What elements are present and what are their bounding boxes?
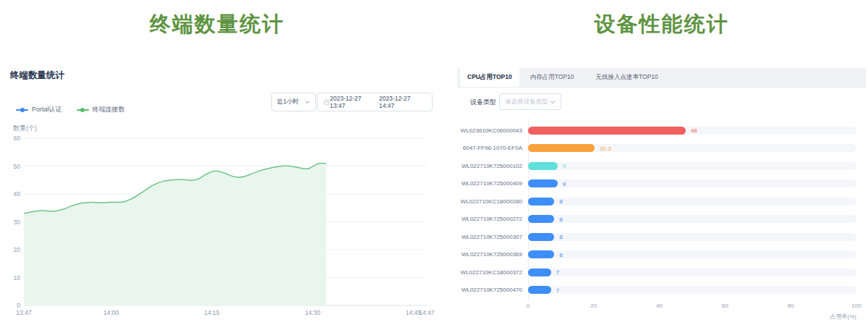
device-name: WL022710K725000470: [457, 287, 528, 293]
left-section-title: 终端数量统计: [0, 10, 434, 39]
svg-text:10: 10: [14, 274, 21, 282]
bar-value: 48: [691, 127, 697, 134]
bar-value: 9: [563, 163, 566, 169]
x-axis-tick: 60: [722, 302, 728, 309]
right-section-title: 设备性能统计: [457, 10, 866, 39]
bar-plot: 8: [528, 215, 856, 223]
device-type-label: 设备类型: [470, 98, 496, 107]
svg-text:14:30: 14:30: [305, 309, 321, 316]
bar-row: WL022710KC180003727: [457, 263, 866, 282]
bar-row: WL022710K7250004707: [457, 282, 866, 300]
cpu-top10-bar-chart: WL023610KC06000043486047-FF96-1070-EF0A2…: [457, 122, 866, 311]
time-range-select[interactable]: 近1小时: [271, 93, 316, 111]
x-axis-tick: 40: [656, 302, 663, 309]
device-name: WL022710K725000369: [457, 251, 528, 258]
bar-row: WL022710K7250002728: [457, 211, 866, 229]
bar-track: [528, 268, 856, 276]
bar-plot: 9: [528, 179, 856, 187]
bar[interactable]: [528, 162, 558, 170]
bar-plot: 8: [528, 233, 856, 241]
chart-legend: Portal认证 终端连接数: [16, 105, 125, 114]
svg-text:14:47: 14:47: [419, 309, 434, 316]
bar-track: [528, 215, 856, 223]
bar-value: 8: [559, 234, 562, 240]
time-range-value: 近1小时: [277, 98, 299, 106]
bar[interactable]: [528, 127, 686, 135]
device-type-select[interactable]: 请选择设备类型: [499, 93, 561, 110]
device-name: WL022710K725000307: [457, 234, 528, 240]
svg-text:40: 40: [14, 190, 21, 198]
bar-track: [528, 286, 856, 294]
svg-text:14:00: 14:00: [103, 309, 119, 316]
svg-text:13:47: 13:47: [16, 309, 32, 316]
bar-x-axis: 020406080100: [528, 302, 856, 311]
tab-wireless-rate-top10[interactable]: 无线接入点速率TOP10: [585, 68, 669, 87]
device-name: 6047-FF96-1070-EF0A: [457, 145, 528, 151]
svg-text:20: 20: [14, 246, 21, 253]
x-axis-title: 占用率(%): [448, 313, 856, 321]
bar-row: WL022710K7250003078: [457, 228, 866, 246]
legend-label: 终端连接数: [93, 105, 125, 114]
bar-row: WL022710KC180002808: [457, 192, 866, 211]
tab-memory-top10[interactable]: 内存占用TOP10: [519, 68, 585, 87]
bar-track: [528, 179, 856, 187]
bar[interactable]: [528, 179, 558, 187]
chevron-down-icon: [305, 100, 310, 104]
bar-plot: 48: [528, 127, 856, 135]
tab-cpu-top10[interactable]: CPU占用TOP10: [460, 68, 519, 87]
legend-label: Portal认证: [32, 105, 62, 114]
bar[interactable]: [528, 144, 595, 152]
device-name: WL022710K725000102: [457, 163, 528, 169]
bar-plot: 8: [528, 198, 856, 206]
legend-item-terminal[interactable]: 终端连接数: [77, 105, 125, 114]
x-axis-tick: 0: [527, 302, 529, 309]
bar-row: WL023610KC0600004348: [457, 122, 866, 140]
legend-item-portal[interactable]: Portal认证: [16, 105, 62, 114]
line-chart-svg: 数量(个)010203040506013:4714:0014:1514:3014…: [0, 120, 434, 330]
bar-plot: 8: [528, 250, 856, 258]
bar-plot: 20.3: [528, 144, 856, 152]
bar[interactable]: [528, 250, 554, 258]
bar-row: 6047-FF96-1070-EF0A20.3: [457, 140, 866, 158]
svg-text:50: 50: [14, 163, 21, 170]
x-axis-tick: 20: [590, 302, 597, 309]
bar-value: 8: [559, 198, 562, 205]
bar-value: 8: [559, 216, 562, 222]
device-type-placeholder: 请选择设备类型: [505, 98, 548, 106]
device-name: WL022710KC18000280: [457, 198, 528, 205]
bar[interactable]: [528, 215, 554, 223]
bar-track: [528, 233, 856, 241]
legend-marker-portal: [16, 109, 28, 111]
date-range-picker[interactable]: 2023-12-27 13:47 - 2023-12-27 14:47: [317, 93, 433, 111]
bar[interactable]: [528, 233, 554, 241]
chevron-down-icon: [550, 100, 556, 104]
bar[interactable]: [528, 286, 551, 294]
date-end: 2023-12-27 14:47: [379, 95, 426, 109]
dashboard: 终端数量统计 设备性能统计 终端数量统计 近1小时 2023-12-27 13:…: [0, 0, 868, 330]
bar-row: WL022710K7250004099: [457, 175, 866, 193]
bar-value: 20.3: [600, 145, 611, 151]
bar-plot: 9: [528, 162, 856, 170]
performance-tabbar: CPU占用TOP10 内存占用TOP10 无线接入点速率TOP10: [457, 68, 866, 88]
x-axis-tick: 100: [851, 302, 861, 309]
svg-text:30: 30: [14, 219, 21, 226]
device-name: WL022710KC18000372: [457, 269, 528, 276]
bar[interactable]: [528, 198, 554, 206]
bar-row: WL022710K7250003698: [457, 246, 866, 264]
bar-track: [528, 162, 856, 170]
svg-text:14:15: 14:15: [204, 309, 220, 316]
device-name: WL023610KC06000043: [457, 127, 528, 134]
bar-value: 9: [563, 180, 566, 187]
bar-value: 7: [556, 269, 559, 276]
terminal-count-line-chart: 数量(个)010203040506013:4714:0014:1514:3014…: [0, 120, 434, 330]
bar-plot: 7: [528, 268, 856, 276]
y-axis-title: 数量(个): [13, 124, 37, 132]
bar-plot: 7: [528, 286, 856, 294]
device-name: WL022710K725000409: [457, 180, 528, 187]
terminal-stats-card-title: 终端数量统计: [10, 69, 64, 82]
bar[interactable]: [528, 268, 551, 276]
device-name: WL022710K725000272: [457, 216, 528, 222]
bar-value: 7: [556, 287, 559, 293]
svg-text:60: 60: [14, 135, 21, 142]
bar-value: 8: [559, 251, 562, 258]
